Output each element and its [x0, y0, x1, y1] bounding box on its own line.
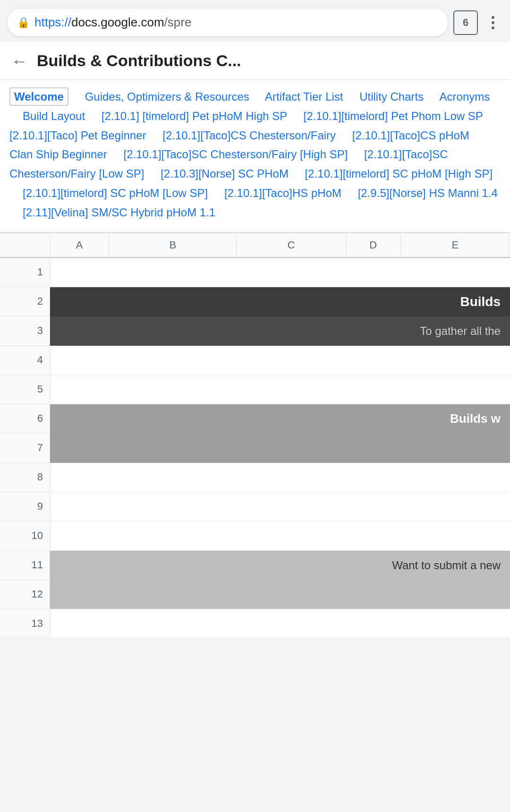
- tab-taco-hs-phom[interactable]: [2.10.1][Taco]HS pHoM: [224, 187, 341, 199]
- row-7-num: 7: [0, 434, 50, 463]
- row-13[interactable]: [50, 609, 510, 639]
- row-3[interactable]: To gather all the: [50, 316, 510, 346]
- col-header-a: A: [50, 233, 109, 257]
- col-headers: A B C D E: [50, 233, 510, 258]
- sheet-tabs-nav: Welcome Guides, Optimizers & Resources A…: [0, 80, 510, 233]
- tab-guides[interactable]: Guides, Optimizers & Resources: [85, 90, 249, 103]
- row-8[interactable]: [50, 463, 510, 492]
- tab-count[interactable]: 6: [453, 10, 478, 35]
- row-1[interactable]: [50, 258, 510, 287]
- tab-taco-cs-phom[interactable]: [2.10.1][Taco]CS pHoM: [352, 129, 469, 142]
- tab-artifact[interactable]: Artifact Tier List: [265, 90, 343, 103]
- row-5[interactable]: [50, 375, 510, 404]
- row-10-num: 10: [0, 521, 50, 551]
- row-2-content: Builds: [460, 294, 501, 309]
- row-9[interactable]: [50, 492, 510, 521]
- tab-taco-pet-beginner[interactable]: [2.10.1][Taco] Pet Beginner: [9, 129, 146, 142]
- tab-timelord-sc-high[interactable]: [2.10.1][timelord] SC pHoM [High SP]: [305, 167, 493, 180]
- row-3-num: 3: [0, 316, 50, 346]
- row-11-content: Want to submit a new: [392, 559, 501, 572]
- back-button[interactable]: ←: [11, 53, 27, 69]
- tab-timelord-pet-low[interactable]: [2.10.1][timelord] Pet Phom Low SP: [304, 110, 483, 122]
- app-header: ← Builds & Contributions C...: [0, 42, 510, 80]
- row-6-num: 6: [0, 404, 50, 434]
- row-10[interactable]: [50, 521, 510, 551]
- spreadsheet-main[interactable]: A B C D E Builds To gather all the Build…: [50, 233, 510, 639]
- row-12[interactable]: [50, 580, 510, 609]
- row-1-num: 1: [0, 258, 50, 287]
- row-6-content: Builds w: [450, 411, 501, 426]
- tab-timelord-pet-high[interactable]: [2.10.1] [timelord] Pet pHoM High SP: [102, 110, 287, 122]
- tab-norse-hs-manni[interactable]: [2.9.5][Norse] HS Manni 1.4: [358, 187, 498, 199]
- row-11[interactable]: Want to submit a new: [50, 551, 510, 580]
- col-header-c: C: [237, 233, 346, 257]
- tab-acronyms[interactable]: Acronyms: [440, 90, 490, 103]
- tab-velina-sm[interactable]: [2.11][Velina] SM/SC Hybrid pHoM 1.1: [23, 206, 215, 219]
- row-2[interactable]: Builds: [50, 287, 510, 316]
- tab-build-layout[interactable]: Build Layout: [23, 110, 85, 122]
- row-8-num: 8: [0, 463, 50, 492]
- row-7[interactable]: [50, 434, 510, 463]
- tab-timelord-sc-low[interactable]: [2.10.1][timelord] SC pHoM [Low SP]: [23, 187, 208, 199]
- tab-welcome[interactable]: Welcome: [9, 87, 68, 106]
- row-5-num: 5: [0, 375, 50, 404]
- row-11-num: 11: [0, 551, 50, 580]
- row-3-content: To gather all the: [420, 325, 501, 338]
- row-4[interactable]: [50, 346, 510, 375]
- row-13-num: 13: [0, 609, 50, 639]
- lock-icon: 🔒: [17, 17, 30, 29]
- page-title: Builds & Contributions C...: [37, 51, 499, 70]
- row-9-num: 9: [0, 492, 50, 521]
- browser-chrome: 🔒 https://docs.google.com/spre 6: [0, 0, 510, 42]
- tab-norse-sc-phom[interactable]: [2.10.3][Norse] SC PHoM: [161, 167, 289, 180]
- more-menu-icon[interactable]: [484, 16, 502, 29]
- address-bar[interactable]: 🔒 https://docs.google.com/spre: [8, 9, 448, 36]
- row-2-num: 2: [0, 287, 50, 316]
- tab-clan-ship-beginner[interactable]: Clan Ship Beginner: [9, 148, 107, 161]
- col-header-d: D: [346, 233, 401, 257]
- spreadsheet: 1 2 3 4 5 6 7 8 9 10 11 12 13 A B C D E …: [0, 233, 510, 639]
- col-header-b: B: [109, 233, 237, 257]
- row-6[interactable]: Builds w: [50, 404, 510, 434]
- tab-taco-sc-high[interactable]: [2.10.1][Taco]SC Chesterson/Fairy [High …: [124, 148, 348, 161]
- tab-taco-cs-chestfairy[interactable]: [2.10.1][Taco]CS Chesterson/Fairy: [162, 129, 336, 142]
- url-text: https://docs.google.com/spre: [34, 15, 191, 30]
- row-12-num: 12: [0, 580, 50, 609]
- row-numbers-column: 1 2 3 4 5 6 7 8 9 10 11 12 13: [0, 233, 50, 639]
- col-header-e: E: [401, 233, 510, 257]
- tab-utility[interactable]: Utility Charts: [359, 90, 424, 103]
- row-4-num: 4: [0, 346, 50, 375]
